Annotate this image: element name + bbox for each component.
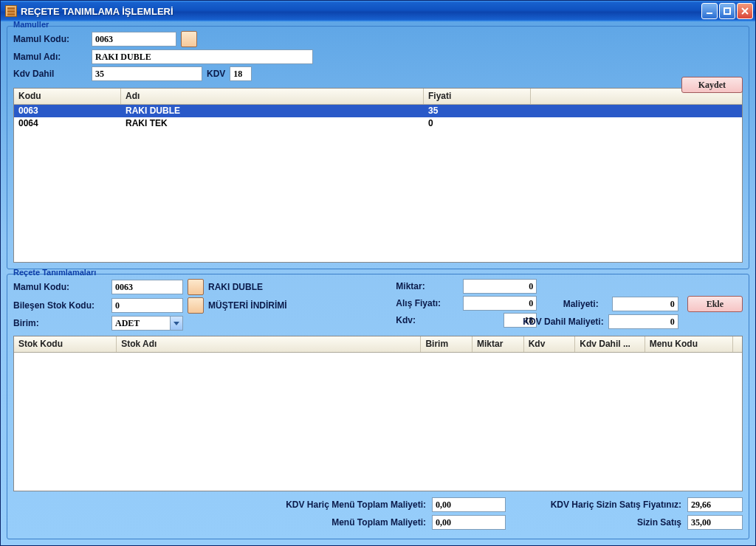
bilesen-input[interactable] — [111, 298, 183, 313]
mamul-adi-label: Mamul Adı: — [13, 52, 87, 62]
menu-toplam-input[interactable] — [432, 515, 506, 530]
col-adi[interactable]: Adı — [121, 89, 424, 104]
titlebar: REÇETE TANIMLAMA İŞLEMLERİ — [1, 1, 755, 21]
miktar-label: Miktar: — [396, 281, 458, 291]
col-fiyati[interactable]: Fiyati — [424, 89, 531, 104]
bilesen-adi-display: MÜŞTERİ İNDİRİMİ — [208, 300, 287, 311]
minimize-button[interactable] — [701, 3, 718, 19]
kdv-input[interactable] — [230, 66, 252, 81]
recete-grid-header: Stok Kodu Stok Adı Birim Miktar Kdv Kdv … — [14, 336, 742, 353]
table-row[interactable]: 0064 RAKI TEK 0 — [14, 117, 742, 130]
mamuller-legend: Mamuller — [12, 20, 50, 29]
mamuller-grid-body[interactable]: 0063 RAKI DUBLE 35 0064 RAKI TEK 0 — [14, 105, 742, 246]
window-title: REÇETE TANIMLAMA İŞLEMLERİ — [21, 6, 173, 17]
r-mamul-adi-display: RAKI DUBLE — [208, 282, 263, 292]
kdv-dahil-label: Kdv Dahil — [13, 69, 87, 79]
mamuller-grid[interactable]: Kodu Adı Fiyati 0063 RAKI DUBLE 35 0064 … — [13, 88, 743, 263]
kdv-haric-menu-input[interactable] — [432, 497, 506, 512]
ekle-button[interactable]: Ekle — [687, 296, 743, 312]
bilesen-label: Bileşen Stok Kodu: — [13, 300, 107, 311]
kdv-dahil-maliyeti-label: KDV Dahil Maliyeti: — [501, 317, 604, 327]
client-area: Mamuller Mamul Kodu: Mamul Adı: Kdv Dahi… — [1, 21, 755, 545]
miktar-input[interactable] — [463, 279, 537, 294]
kdv-dahil-input[interactable] — [92, 66, 202, 81]
bilesen-lookup-button[interactable] — [188, 297, 204, 314]
birim-combo[interactable]: ADET — [111, 316, 183, 331]
mamuller-grid-header: Kodu Adı Fiyati — [14, 89, 742, 105]
col-birim[interactable]: Birim — [421, 336, 472, 352]
app-window: REÇETE TANIMLAMA İŞLEMLERİ Mamuller Mamu… — [0, 0, 756, 546]
kaydet-button[interactable]: Kaydet — [681, 77, 743, 93]
app-icon — [5, 5, 17, 17]
col-rest — [733, 336, 742, 352]
recete-group: Reçete Tanımlamaları Mamul Kodu: RAKI DU… — [7, 274, 749, 539]
maliyeti-input[interactable] — [612, 297, 678, 311]
sizin-satis-label: Sizin Satış — [512, 517, 681, 528]
birim-label: Birim: — [13, 318, 107, 328]
mamul-kodu-lookup-button[interactable] — [181, 31, 197, 47]
mamul-kodu-label: Mamul Kodu: — [13, 34, 87, 44]
kdv-haric-menu-label: KDV Hariç Menü Toplam Maliyeti: — [249, 500, 426, 510]
recete-legend: Reçete Tanımlamaları — [12, 268, 97, 277]
alis-label: Alış Fiyatı: — [396, 298, 458, 308]
col-miktar[interactable]: Miktar — [472, 336, 524, 352]
r-mamul-kodu-label: Mamul Kodu: — [13, 282, 107, 292]
maximize-button[interactable] — [719, 3, 735, 19]
footer-totals: KDV Hariç Menü Toplam Maliyeti: KDV Hari… — [13, 491, 743, 533]
recete-grid[interactable]: Stok Kodu Stok Adı Birim Miktar Kdv Kdv … — [13, 336, 743, 491]
col-kdv[interactable]: Kdv — [524, 336, 576, 352]
col-stok-adi[interactable]: Stok Adı — [117, 336, 421, 352]
r-mamul-kodu-lookup-button[interactable] — [188, 279, 204, 295]
sizin-satis-input[interactable] — [687, 515, 743, 530]
chevron-down-icon — [170, 317, 182, 330]
kdv-haric-satis-label: KDV Hariç Sizin Satış Fiyatınız: — [512, 500, 681, 510]
maliyeti-label: Maliyeti: — [563, 299, 608, 309]
menu-toplam-label: Menü Toplam Maliyeti: — [249, 517, 426, 528]
close-button[interactable] — [737, 3, 753, 19]
col-stok-kodu[interactable]: Stok Kodu — [14, 336, 117, 352]
r-kdv-label: Kdv: — [396, 315, 458, 325]
recete-grid-body[interactable] — [14, 353, 742, 484]
col-kodu[interactable]: Kodu — [14, 89, 121, 104]
mamul-kodu-input[interactable] — [92, 32, 176, 46]
kdv-dahil-maliyeti-input[interactable] — [608, 314, 678, 329]
window-controls — [701, 3, 753, 19]
kdv-haric-satis-input[interactable] — [687, 497, 743, 512]
col-kdv-dahil[interactable]: Kdv Dahil ... — [575, 336, 645, 352]
r-mamul-kodu-input[interactable] — [111, 280, 183, 294]
svg-marker-4 — [173, 322, 179, 325]
kdv-label: KDV — [207, 69, 225, 79]
mamul-adi-input[interactable] — [92, 49, 313, 64]
alis-input[interactable] — [463, 296, 537, 311]
col-menu-kodu[interactable]: Menu Kodu — [645, 336, 733, 352]
table-row[interactable]: 0063 RAKI DUBLE 35 — [14, 105, 742, 117]
svg-rect-1 — [724, 8, 730, 14]
mamuller-group: Mamuller Mamul Kodu: Mamul Adı: Kdv Dahi… — [7, 26, 749, 269]
